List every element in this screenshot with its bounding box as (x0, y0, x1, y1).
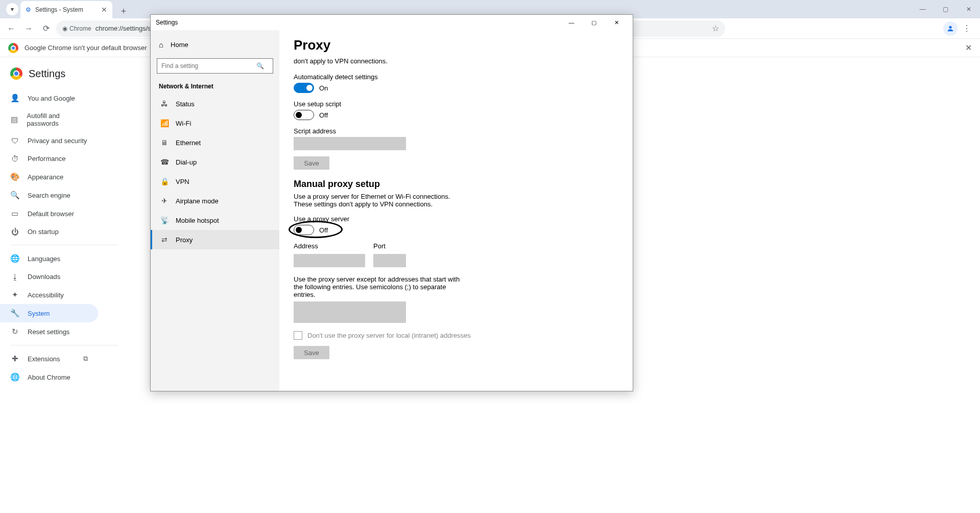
close-tab-icon[interactable]: ✕ (101, 6, 107, 14)
nav-label: On startup (28, 228, 59, 236)
setup-script-state: Off (319, 111, 328, 119)
close-window-button[interactable]: ✕ (957, 0, 980, 18)
nav-privacy[interactable]: 🛡Privacy and security (0, 132, 98, 150)
gear-icon: ⚙ (26, 6, 31, 13)
tab-search-button[interactable]: ▾ (6, 3, 18, 15)
nav-divider (10, 345, 118, 345)
minimize-button[interactable]: — (911, 0, 934, 18)
sidebar-item-label: Mobile hotspot (176, 217, 219, 224)
exceptions-input (294, 301, 406, 323)
toolbar-right: ⋮ (943, 21, 976, 36)
infobar-close-icon[interactable]: ✕ (965, 43, 972, 53)
auto-detect-state: On (319, 84, 328, 92)
save-proxy-button: Save (294, 346, 329, 359)
nav-on-startup[interactable]: ⏻On startup (0, 223, 98, 241)
sidebar-item-hotspot[interactable]: 📡Mobile hotspot (151, 211, 279, 230)
sidebar-item-wifi[interactable]: 📶Wi-Fi (151, 113, 279, 133)
person-icon: 👤 (10, 94, 19, 103)
nav-languages[interactable]: 🌐Languages (0, 249, 98, 268)
nav-default-browser[interactable]: ▭Default browser (0, 204, 98, 223)
toggle-knob (296, 112, 302, 118)
save-script-button: Save (294, 156, 329, 170)
nav-accessibility[interactable]: ✦Accessibility (0, 286, 98, 304)
search-input[interactable] (157, 58, 273, 74)
auto-detect-toggle[interactable] (294, 83, 314, 93)
profile-button[interactable] (943, 21, 958, 36)
sidebar-item-status[interactable]: 🖧Status (151, 94, 279, 113)
wifi-icon: 📶 (160, 119, 169, 127)
local-bypass-label: Don't use the proxy server for local (in… (307, 332, 471, 339)
nav-downloads[interactable]: ⭳Downloads (0, 268, 98, 286)
chrome-origin-chip: ◉ Chrome (62, 25, 91, 32)
maximize-button[interactable]: ▢ (934, 0, 957, 18)
nav-system[interactable]: 🔧System (0, 304, 98, 322)
toggle-knob (296, 227, 302, 233)
page-title: Proxy (294, 37, 618, 53)
sidebar-item-label: Ethernet (176, 139, 201, 147)
nav-label: Extensions (28, 355, 60, 363)
address-port-row: Address Port (294, 237, 618, 267)
script-address-label: Script address (294, 127, 618, 135)
tab-title: Settings - System (35, 6, 83, 13)
vpn-icon: 🔒 (160, 177, 169, 185)
use-proxy-state: Off (319, 226, 328, 234)
nav-label: Appearance (28, 173, 63, 181)
sidebar-item-label: VPN (176, 178, 189, 185)
script-address-input (294, 137, 406, 150)
nav-label: About Chrome (28, 374, 70, 381)
address-label: Address (294, 242, 365, 250)
speedometer-icon: ⏱ (10, 154, 19, 163)
nav-performance[interactable]: ⏱Performance (0, 150, 98, 168)
new-tab-button[interactable]: + (116, 4, 131, 18)
globe-icon: 🌐 (10, 372, 19, 382)
use-proxy-label: Use a proxy server (294, 215, 618, 223)
dialog-close-button[interactable]: ✕ (605, 15, 628, 30)
settings-content: Proxy don't apply to VPN connections. Au… (279, 30, 633, 391)
sidebar-home[interactable]: ⌂ Home (151, 35, 279, 54)
sidebar-item-airplane[interactable]: ✈Airplane mode (151, 191, 279, 211)
forward-button[interactable]: → (21, 21, 36, 36)
sidebar-item-label: Status (176, 100, 195, 108)
reload-button[interactable]: ⟳ (39, 21, 53, 36)
nav-reset[interactable]: ↻Reset settings (0, 322, 98, 341)
window-controls: — ▢ ✕ (911, 0, 980, 18)
sidebar-item-proxy[interactable]: ⇄Proxy (151, 230, 279, 249)
nav-divider (10, 245, 118, 245)
sidebar-item-ethernet[interactable]: 🖥Ethernet (151, 133, 279, 152)
back-button[interactable]: ← (4, 21, 18, 36)
nav-search-engine[interactable]: 🔍Search engine (0, 186, 98, 204)
airplane-icon: ✈ (160, 197, 169, 205)
nav-label: Default browser (28, 210, 74, 218)
svg-point-0 (949, 26, 951, 28)
nav-label: You and Google (28, 95, 75, 102)
ethernet-icon: 🖥 (160, 138, 169, 147)
nav-appearance[interactable]: 🎨Appearance (0, 168, 98, 186)
use-proxy-toggle[interactable] (294, 225, 314, 235)
chrome-menu-button[interactable]: ⋮ (963, 24, 971, 33)
nav-extensions[interactable]: ✚Extensions⧉ (0, 349, 98, 368)
chrome-settings-sidebar: Settings 👤You and Google ▤Autofill and p… (0, 57, 133, 513)
bookmark-star-icon[interactable]: ☆ (712, 24, 719, 33)
setup-script-toggle[interactable] (294, 110, 314, 120)
dialog-titlebar[interactable]: Settings — ▢ ✕ (151, 15, 633, 30)
port-label: Port (373, 242, 406, 250)
dialog-body: ⌂ Home 🔍 Network & Internet 🖧Status 📶Wi-… (151, 30, 633, 391)
power-icon: ⏻ (10, 227, 19, 236)
manual-proxy-heading: Manual proxy setup (294, 179, 618, 190)
dialog-maximize-button[interactable]: ▢ (583, 15, 605, 30)
sidebar-item-vpn[interactable]: 🔒VPN (151, 172, 279, 191)
dialog-window-controls: — ▢ ✕ (560, 15, 628, 30)
nav-you-and-google[interactable]: 👤You and Google (0, 89, 98, 107)
search-icon: 🔍 (256, 62, 264, 69)
palette-icon: 🎨 (10, 172, 19, 181)
nav-label: Autofill and passwords (27, 112, 88, 127)
dialog-minimize-button[interactable]: — (560, 15, 583, 30)
browser-tab[interactable]: ⚙ Settings - System ✕ (20, 1, 112, 18)
windows-settings-dialog: Settings — ▢ ✕ ⌂ Home 🔍 Network & Intern… (150, 14, 633, 391)
nav-autofill[interactable]: ▤Autofill and passwords (0, 107, 98, 132)
nav-about-chrome[interactable]: 🌐About Chrome (0, 368, 98, 386)
sidebar-item-dialup[interactable]: ☎Dial-up (151, 152, 279, 172)
chrome-chip-icon: ◉ (62, 25, 67, 32)
nav-label: System (28, 310, 50, 317)
nav-label: Downloads (28, 273, 60, 281)
